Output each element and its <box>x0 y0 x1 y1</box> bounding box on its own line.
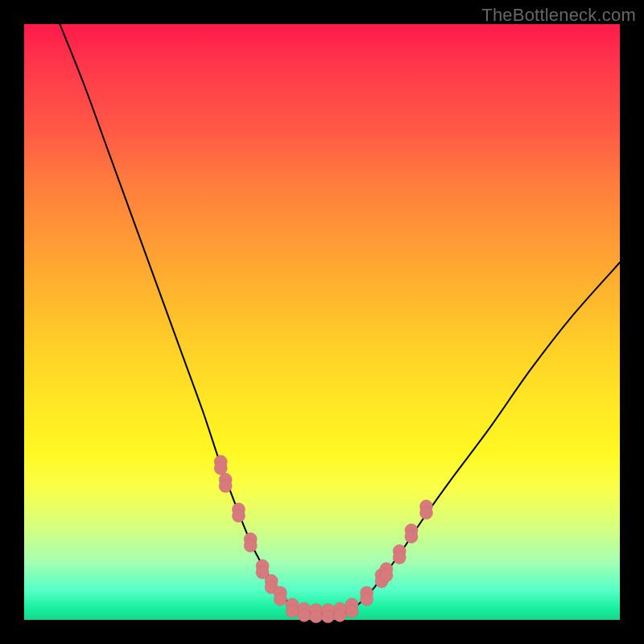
data-marker <box>420 500 433 519</box>
data-marker <box>232 503 245 522</box>
svg-point-21 <box>321 610 334 623</box>
svg-point-13 <box>274 592 287 605</box>
data-marker <box>380 563 393 582</box>
svg-point-33 <box>393 551 406 564</box>
svg-point-23 <box>333 609 346 621</box>
data-marker <box>298 602 311 621</box>
curve-left-path <box>60 24 303 613</box>
marker-group <box>214 456 432 623</box>
svg-point-3 <box>219 480 232 493</box>
watermark-text: TheBottleneck.com <box>481 5 636 26</box>
svg-point-35 <box>405 530 418 543</box>
chart-overlay <box>24 24 620 620</box>
svg-point-17 <box>298 609 311 621</box>
svg-point-1 <box>214 462 227 475</box>
data-marker <box>214 456 227 475</box>
data-marker <box>333 602 346 621</box>
data-marker <box>361 586 374 605</box>
svg-point-37 <box>420 506 433 519</box>
data-marker <box>219 473 232 493</box>
curve-right-path <box>346 262 620 613</box>
svg-point-31 <box>380 569 393 582</box>
data-marker <box>405 524 418 543</box>
data-marker <box>310 604 323 623</box>
svg-point-19 <box>310 610 323 623</box>
data-marker <box>286 598 299 617</box>
data-marker <box>244 533 257 552</box>
svg-point-15 <box>286 605 299 617</box>
svg-point-25 <box>345 605 358 617</box>
plot-area <box>24 24 620 620</box>
data-marker <box>274 586 287 605</box>
svg-point-27 <box>361 592 374 605</box>
data-marker <box>393 545 406 564</box>
svg-point-7 <box>244 539 257 552</box>
data-marker <box>345 598 358 617</box>
svg-point-5 <box>232 510 245 522</box>
chart-frame: TheBottleneck.com <box>0 0 644 644</box>
data-marker <box>321 604 334 623</box>
